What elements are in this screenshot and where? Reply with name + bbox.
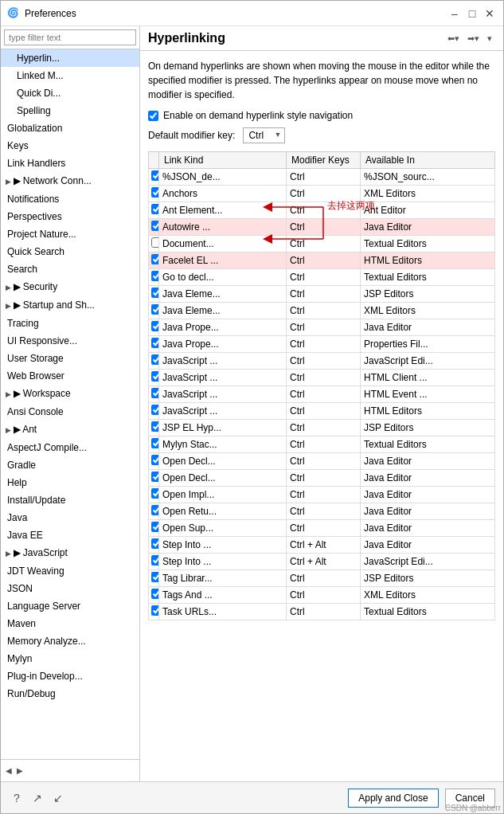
nav-back-btn[interactable]: ⬅▾ [444,32,463,45]
sidebar-item-plug-in-develop[interactable]: Plug-in Develop... [1,667,139,685]
sidebar-item-java[interactable]: Java [1,509,139,526]
row-link-17: Open Decl... [159,453,287,470]
sidebar-item-ant[interactable]: ▶ Ant [1,421,139,439]
sidebar-item-web-browser[interactable]: Web Browser [1,367,139,385]
row-checkbox-13[interactable] [151,388,159,398]
table-row: AnchorsCtrlXML Editors [149,186,495,202]
minimize-button[interactable]: – [447,6,462,21]
row-available-16: Textual Editors [361,436,495,453]
sidebar-item-project-nature[interactable]: Project Nature... [1,225,139,243]
row-available-26: Textual Editors [361,604,495,620]
table-row: Task URLs...CtrlTextual Editors [149,604,495,620]
sidebar-item-hyperlinking[interactable]: Hyperlin... [1,49,139,67]
cancel-button[interactable]: Cancel [445,789,495,808]
export-icon[interactable]: ↗ [29,790,45,806]
row-checkbox-22[interactable] [151,538,159,549]
row-checkbox-9[interactable] [151,321,159,331]
row-checkbox-10[interactable] [151,338,159,348]
row-checkbox-8[interactable] [151,304,159,315]
row-checkbox-20[interactable] [151,505,159,515]
sidebar-item-link-handlers[interactable]: Link Handlers [1,155,139,172]
sidebar-item-notifications[interactable]: Notifications [1,190,139,208]
row-checkbox-4[interactable] [151,237,159,248]
apply-close-button[interactable]: Apply and Close [348,789,438,808]
table-row: Facelet EL ...CtrlHTML Editors [149,252,495,269]
enable-hyperlink-checkbox[interactable] [148,111,158,121]
sidebar-item-startup-and-sh[interactable]: ▶ Startup and Sh... [1,296,139,315]
sidebar-item-search[interactable]: Search [1,260,139,278]
row-checkbox-5[interactable] [151,254,159,264]
maximize-button[interactable]: □ [465,6,479,21]
scroll-left-btn[interactable]: ◀ [6,766,12,775]
row-checkbox-21[interactable] [151,522,159,532]
row-checkbox-12[interactable] [151,371,159,382]
row-checkbox-24[interactable] [151,572,159,582]
row-checkbox-2[interactable] [151,204,159,214]
row-checkbox-17[interactable] [151,455,159,465]
modifier-dropdown[interactable]: Ctrl Alt Shift [243,127,285,143]
main-area: Hyperlin...Linked M...Quick Di...Spellin… [1,26,503,781]
row-modifier-9: Ctrl [286,319,360,336]
sidebar-item-user-storage[interactable]: User Storage [1,350,139,367]
table-row: Mylyn Stac...CtrlTextual Editors [149,436,495,453]
sidebar-item-keys[interactable]: Keys [1,137,139,155]
table-row: JavaScript ...CtrlHTML Event ... [149,386,495,403]
sidebar-item-perspectives[interactable]: Perspectives [1,208,139,225]
sidebar-item-help[interactable]: Help [1,474,139,491]
row-modifier-26: Ctrl [286,604,360,620]
row-checkbox-18[interactable] [151,472,159,482]
sidebar-item-security[interactable]: ▶ Security [1,278,139,296]
sidebar-item-language-server[interactable]: Language Server [1,597,139,615]
row-checkbox-11[interactable] [151,354,159,365]
sidebar-item-run-debug[interactable]: Run/Debug [1,685,139,702]
scroll-right-btn[interactable]: ▶ [17,766,23,775]
row-checkbox-25[interactable] [151,589,159,599]
sidebar-item-quick-search[interactable]: Quick Search [1,243,139,260]
sidebar-item-tracing[interactable]: Tracing [1,315,139,332]
close-button[interactable]: ✕ [483,6,497,21]
row-checkbox-15[interactable] [151,421,159,432]
sidebar-item-mylyn[interactable]: Mylyn [1,650,139,667]
table-row: Open Retu...CtrlJava Editor [149,503,495,520]
nav-forward-btn[interactable]: ➡▾ [464,32,483,45]
row-checkbox-16[interactable] [151,438,159,448]
sidebar-item-ansi-console[interactable]: Ansi Console [1,403,139,421]
row-checkbox-3[interactable] [151,221,159,231]
sidebar-item-install-update[interactable]: Install/Update [1,491,139,509]
sidebar-item-quick-diff[interactable]: Quick Di... [1,84,139,102]
row-modifier-16: Ctrl [286,436,360,453]
row-checkbox-1[interactable] [151,187,159,198]
row-available-19: Java Editor [361,487,495,503]
sidebar-item-network-conn[interactable]: ▶ Network Conn... [1,172,139,190]
row-checkbox-23[interactable] [151,555,159,565]
sidebar-item-memory-analyze[interactable]: Memory Analyze... [1,632,139,650]
filter-input[interactable] [4,29,136,45]
sidebar-item-java-ee[interactable]: Java EE [1,526,139,544]
row-checkbox-0[interactable] [151,170,159,181]
row-checkbox-26[interactable] [151,605,159,616]
sidebar-item-workspace[interactable]: ▶ Workspace [1,385,139,403]
row-checkbox-6[interactable] [151,271,159,281]
enable-hyperlink-label: Enable on demand hyperlink style navigat… [163,110,353,121]
import-icon[interactable]: ↙ [50,790,66,806]
sidebar-item-linked-mode[interactable]: Linked M... [1,67,139,84]
sidebar-item-spelling[interactable]: Spelling [1,102,139,119]
sidebar-item-ui-responsive[interactable]: UI Responsive... [1,332,139,350]
row-checkbox-19[interactable] [151,488,159,499]
sidebar-item-aspectj-compile[interactable]: AspectJ Compile... [1,439,139,456]
sidebar-item-javascript[interactable]: ▶ JavaScript [1,544,139,562]
sidebar-item-json[interactable]: JSON [1,580,139,597]
window-title: Preferences [25,8,447,19]
sidebar-item-jdt-weaving[interactable]: JDT Weaving [1,562,139,580]
row-available-11: JavaScript Edi... [361,353,495,370]
sidebar-item-globalization[interactable]: Globalization [1,119,139,137]
row-modifier-6: Ctrl [286,269,360,286]
row-available-13: HTML Event ... [361,386,495,403]
row-checkbox-14[interactable] [151,405,159,415]
sidebar-item-maven[interactable]: Maven [1,615,139,632]
nav-menu-btn[interactable]: ▾ [484,32,495,45]
row-modifier-1: Ctrl [286,186,360,202]
sidebar-item-gradle[interactable]: Gradle [1,456,139,474]
help-icon[interactable]: ? [9,790,25,806]
row-checkbox-7[interactable] [151,288,159,298]
